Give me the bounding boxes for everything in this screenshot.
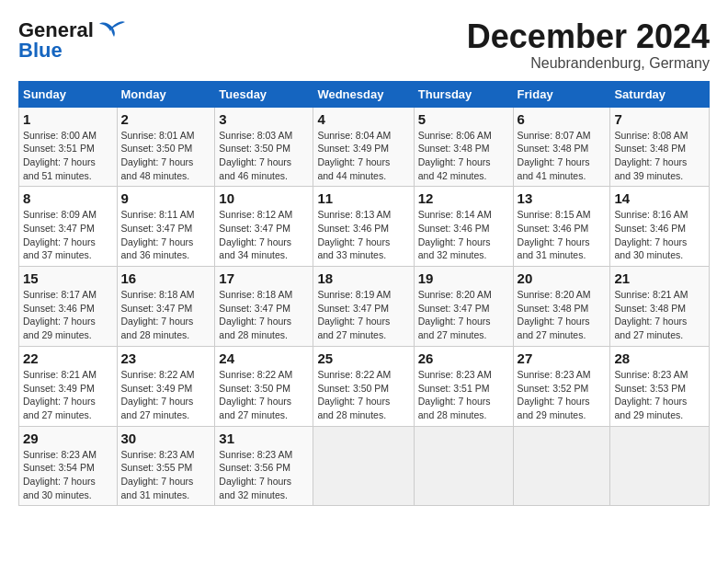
day-number: 6 xyxy=(518,111,607,127)
day-number: 17 xyxy=(219,270,309,286)
day-info: Sunrise: 8:22 AMSunset: 3:49 PMDaylight:… xyxy=(121,368,211,422)
day-info: Sunrise: 8:14 AMSunset: 3:46 PMDaylight:… xyxy=(418,208,509,262)
day-number: 11 xyxy=(317,190,409,206)
calendar-cell: 12Sunrise: 8:14 AMSunset: 3:46 PMDayligh… xyxy=(414,187,513,267)
day-number: 31 xyxy=(219,431,309,446)
day-info: Sunrise: 8:06 AMSunset: 3:48 PMDaylight:… xyxy=(418,129,509,183)
calendar-week-5: 29Sunrise: 8:23 AMSunset: 3:54 PMDayligh… xyxy=(19,426,710,506)
calendar-cell: 29Sunrise: 8:23 AMSunset: 3:54 PMDayligh… xyxy=(19,426,118,506)
day-number: 13 xyxy=(518,190,607,206)
logo-blue: Blue xyxy=(18,39,63,63)
day-number: 23 xyxy=(121,350,211,366)
day-info: Sunrise: 8:13 AMSunset: 3:46 PMDaylight:… xyxy=(317,208,409,262)
day-info: Sunrise: 8:18 AMSunset: 3:47 PMDaylight:… xyxy=(121,288,211,342)
calendar-cell: 3Sunrise: 8:03 AMSunset: 3:50 PMDaylight… xyxy=(215,107,313,187)
title-area: December 2024 Neubrandenburg, Germany xyxy=(467,18,710,72)
header-wednesday: Wednesday xyxy=(313,81,414,107)
calendar-cell xyxy=(610,426,710,506)
day-number: 4 xyxy=(317,111,409,127)
calendar-cell: 2Sunrise: 8:01 AMSunset: 3:50 PMDaylight… xyxy=(117,107,215,187)
calendar-week-1: 1Sunrise: 8:00 AMSunset: 3:51 PMDaylight… xyxy=(19,107,710,187)
logo: General Blue xyxy=(18,18,129,63)
calendar-cell: 27Sunrise: 8:23 AMSunset: 3:52 PMDayligh… xyxy=(513,346,610,426)
calendar-cell: 21Sunrise: 8:21 AMSunset: 3:48 PMDayligh… xyxy=(610,267,710,347)
day-number: 10 xyxy=(219,190,309,206)
day-number: 29 xyxy=(23,431,113,446)
calendar-cell: 9Sunrise: 8:11 AMSunset: 3:47 PMDaylight… xyxy=(117,187,215,267)
calendar-header-row: SundayMondayTuesdayWednesdayThursdayFrid… xyxy=(19,81,710,107)
day-info: Sunrise: 8:09 AMSunset: 3:47 PMDaylight:… xyxy=(23,208,113,262)
calendar-cell: 23Sunrise: 8:22 AMSunset: 3:49 PMDayligh… xyxy=(117,346,215,426)
calendar-cell: 14Sunrise: 8:16 AMSunset: 3:46 PMDayligh… xyxy=(610,187,710,267)
calendar-cell: 11Sunrise: 8:13 AMSunset: 3:46 PMDayligh… xyxy=(313,187,414,267)
day-number: 22 xyxy=(23,350,113,366)
calendar-cell: 1Sunrise: 8:00 AMSunset: 3:51 PMDaylight… xyxy=(19,107,118,187)
day-info: Sunrise: 8:21 AMSunset: 3:49 PMDaylight:… xyxy=(23,368,113,422)
day-number: 9 xyxy=(121,190,211,206)
header-tuesday: Tuesday xyxy=(215,81,313,107)
day-number: 24 xyxy=(219,350,309,366)
day-info: Sunrise: 8:16 AMSunset: 3:46 PMDaylight:… xyxy=(614,208,705,262)
day-number: 20 xyxy=(518,270,607,286)
calendar-cell: 22Sunrise: 8:21 AMSunset: 3:49 PMDayligh… xyxy=(19,346,118,426)
calendar-cell: 5Sunrise: 8:06 AMSunset: 3:48 PMDaylight… xyxy=(414,107,513,187)
calendar-cell: 6Sunrise: 8:07 AMSunset: 3:48 PMDaylight… xyxy=(513,107,610,187)
day-number: 19 xyxy=(418,270,509,286)
day-info: Sunrise: 8:20 AMSunset: 3:48 PMDaylight:… xyxy=(518,288,607,342)
day-number: 5 xyxy=(418,111,509,127)
calendar-cell: 24Sunrise: 8:22 AMSunset: 3:50 PMDayligh… xyxy=(215,346,313,426)
page-header: General Blue December 2024 Neubrandenbur… xyxy=(18,18,710,72)
day-info: Sunrise: 8:23 AMSunset: 3:56 PMDaylight:… xyxy=(219,448,309,502)
day-number: 7 xyxy=(614,111,705,127)
calendar-cell: 31Sunrise: 8:23 AMSunset: 3:56 PMDayligh… xyxy=(215,426,313,506)
calendar-cell xyxy=(414,426,513,506)
day-info: Sunrise: 8:07 AMSunset: 3:48 PMDaylight:… xyxy=(518,129,607,183)
calendar-cell: 18Sunrise: 8:19 AMSunset: 3:47 PMDayligh… xyxy=(313,267,414,347)
day-info: Sunrise: 8:21 AMSunset: 3:48 PMDaylight:… xyxy=(614,288,705,342)
day-info: Sunrise: 8:17 AMSunset: 3:46 PMDaylight:… xyxy=(23,288,113,342)
calendar-cell: 30Sunrise: 8:23 AMSunset: 3:55 PMDayligh… xyxy=(117,426,215,506)
day-info: Sunrise: 8:03 AMSunset: 3:50 PMDaylight:… xyxy=(219,129,309,183)
day-info: Sunrise: 8:00 AMSunset: 3:51 PMDaylight:… xyxy=(23,129,113,183)
day-number: 18 xyxy=(317,270,409,286)
day-info: Sunrise: 8:23 AMSunset: 3:53 PMDaylight:… xyxy=(614,368,705,422)
day-info: Sunrise: 8:12 AMSunset: 3:47 PMDaylight:… xyxy=(219,208,309,262)
day-info: Sunrise: 8:20 AMSunset: 3:47 PMDaylight:… xyxy=(418,288,509,342)
day-info: Sunrise: 8:22 AMSunset: 3:50 PMDaylight:… xyxy=(219,368,309,422)
calendar-cell: 25Sunrise: 8:22 AMSunset: 3:50 PMDayligh… xyxy=(313,346,414,426)
header-saturday: Saturday xyxy=(610,81,710,107)
calendar-cell: 8Sunrise: 8:09 AMSunset: 3:47 PMDaylight… xyxy=(19,187,118,267)
calendar-cell: 17Sunrise: 8:18 AMSunset: 3:47 PMDayligh… xyxy=(215,267,313,347)
day-number: 1 xyxy=(23,111,113,127)
header-friday: Friday xyxy=(513,81,610,107)
day-info: Sunrise: 8:19 AMSunset: 3:47 PMDaylight:… xyxy=(317,288,409,342)
calendar-cell: 20Sunrise: 8:20 AMSunset: 3:48 PMDayligh… xyxy=(513,267,610,347)
day-info: Sunrise: 8:22 AMSunset: 3:50 PMDaylight:… xyxy=(317,368,409,422)
calendar-cell xyxy=(313,426,414,506)
day-number: 2 xyxy=(121,111,211,127)
calendar-cell: 7Sunrise: 8:08 AMSunset: 3:48 PMDaylight… xyxy=(610,107,710,187)
calendar-cell: 13Sunrise: 8:15 AMSunset: 3:46 PMDayligh… xyxy=(513,187,610,267)
calendar-cell xyxy=(513,426,610,506)
day-info: Sunrise: 8:04 AMSunset: 3:49 PMDaylight:… xyxy=(317,129,409,183)
day-info: Sunrise: 8:23 AMSunset: 3:51 PMDaylight:… xyxy=(418,368,509,422)
day-number: 12 xyxy=(418,190,509,206)
calendar-week-4: 22Sunrise: 8:21 AMSunset: 3:49 PMDayligh… xyxy=(19,346,710,426)
day-info: Sunrise: 8:15 AMSunset: 3:46 PMDaylight:… xyxy=(518,208,607,262)
header-sunday: Sunday xyxy=(19,81,118,107)
day-number: 16 xyxy=(121,270,211,286)
location-subtitle: Neubrandenburg, Germany xyxy=(467,55,710,72)
logo-bird-icon xyxy=(99,20,129,40)
day-number: 8 xyxy=(23,190,113,206)
calendar-cell: 19Sunrise: 8:20 AMSunset: 3:47 PMDayligh… xyxy=(414,267,513,347)
day-info: Sunrise: 8:08 AMSunset: 3:48 PMDaylight:… xyxy=(614,129,705,183)
header-thursday: Thursday xyxy=(414,81,513,107)
day-number: 26 xyxy=(418,350,509,366)
calendar-cell: 15Sunrise: 8:17 AMSunset: 3:46 PMDayligh… xyxy=(19,267,118,347)
calendar-cell: 16Sunrise: 8:18 AMSunset: 3:47 PMDayligh… xyxy=(117,267,215,347)
day-info: Sunrise: 8:23 AMSunset: 3:54 PMDaylight:… xyxy=(23,448,113,502)
calendar-cell: 10Sunrise: 8:12 AMSunset: 3:47 PMDayligh… xyxy=(215,187,313,267)
day-number: 14 xyxy=(614,190,705,206)
day-number: 27 xyxy=(518,350,607,366)
day-number: 15 xyxy=(23,270,113,286)
